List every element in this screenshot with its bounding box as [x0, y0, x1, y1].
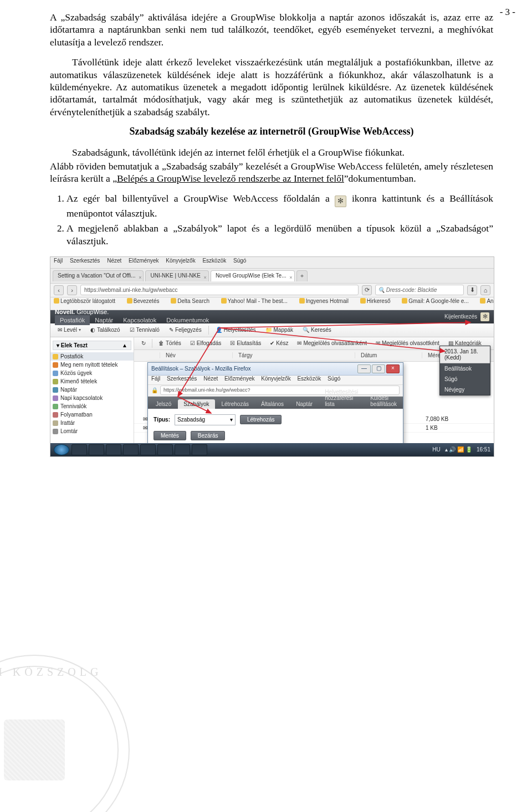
- watermark-seal: ZETI KÖZSZOLG: [0, 655, 130, 812]
- task-icons[interactable]: [71, 444, 207, 455]
- task-icon[interactable]: [71, 444, 87, 455]
- paragraph-3a: Szabadságunk, távollétünk idején az inte…: [50, 146, 493, 158]
- paragraph-1-text: A „Szabadság szabály” aktiválása idejére…: [50, 12, 493, 48]
- svg-line-3: [178, 397, 211, 413]
- gear-icon: ✻: [335, 196, 346, 207]
- page-number: - 3 -: [500, 7, 515, 18]
- task-icon[interactable]: [106, 444, 121, 455]
- start-button[interactable]: [54, 444, 69, 455]
- screenshot-figure: Fájl Szerkesztés Nézet Előzmények Könyvj…: [50, 256, 494, 457]
- task-icon[interactable]: [123, 444, 139, 455]
- svg-line-1: [219, 328, 445, 351]
- tray-lang[interactable]: HU: [432, 446, 440, 453]
- windows-taskbar[interactable]: HU ▴ 🔊 📶 🔋 16:51: [50, 443, 494, 456]
- paragraph-2: Távollétünk ideje alatt érkező leveleket…: [50, 56, 493, 118]
- paragraph-1: A „Szabadság szabály” aktiválása idejére…: [50, 11, 493, 48]
- instruction-list: Az egér bal billentyűvel a GroupWise Web…: [66, 192, 493, 247]
- annotation-arrows: [50, 257, 494, 457]
- instruction-item-1: Az egér bal billentyűvel a GroupWise Web…: [66, 192, 493, 220]
- instruction-item-2: A megjelenő ablakban a „Szabályok” lapot…: [66, 222, 493, 248]
- li1-pre: Az egér bal billentyűvel a GroupWise Web…: [66, 193, 335, 204]
- seal-text: ZETI KÖZSZOLG: [0, 666, 129, 679]
- section-heading: Szabadság szabály kezelése az internetrő…: [50, 126, 493, 137]
- paragraph-3b: Alább röviden bemutatjuk a „Szabadság sz…: [50, 160, 493, 185]
- svg-line-0: [219, 322, 470, 328]
- task-icon[interactable]: [192, 444, 207, 455]
- paragraph-3b-post: ”dokumentumban.: [344, 173, 416, 184]
- tray-clock[interactable]: 16:51: [477, 446, 490, 453]
- paragraph-3a-text: Szabadságunk, távollétünk idején az inte…: [72, 147, 405, 158]
- svg-line-2: [178, 328, 219, 397]
- task-icon[interactable]: [140, 444, 156, 455]
- task-icon[interactable]: [157, 444, 173, 455]
- task-icon[interactable]: [89, 444, 104, 455]
- task-icon[interactable]: [175, 444, 190, 455]
- seal-inner-emblem: [4, 720, 65, 780]
- doc-link: Belépés a GroupWise levelező rendszerbe …: [117, 173, 344, 184]
- paragraph-2-text: Távollétünk ideje alatt érkező leveleket…: [50, 56, 493, 117]
- system-tray[interactable]: HU ▴ 🔊 📶 🔋 16:51: [432, 446, 490, 453]
